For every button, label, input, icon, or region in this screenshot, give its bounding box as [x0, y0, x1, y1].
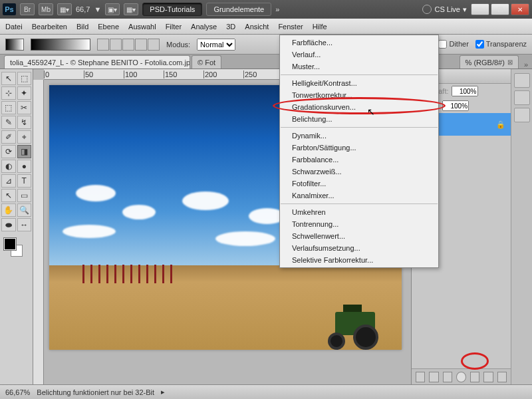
menu-ebene[interactable]: Ebene [98, 23, 119, 31]
3d-camera-tool[interactable]: ↔ [17, 218, 32, 231]
adjustment-layer-icon[interactable] [456, 372, 466, 382]
pen-tool[interactable]: ⊿ [1, 174, 16, 188]
mi-belichtung[interactable]: Belichtung... [280, 113, 438, 125]
workspace-psdtutorials[interactable]: PSD-Tutorials [142, 3, 202, 16]
lasso-tool[interactable]: ⊹ [1, 86, 16, 100]
document-tab-2[interactable]: © Fot [192, 55, 221, 68]
chevron-right-icon[interactable]: ▸ [161, 388, 165, 396]
modus-select[interactable]: Normal [197, 39, 235, 51]
wand-tool[interactable]: ✦ [17, 86, 32, 100]
gradient-reflected[interactable] [135, 39, 147, 51]
group-icon[interactable] [470, 372, 479, 382]
path-tool[interactable]: ↖ [1, 189, 16, 202]
minimize-button[interactable]: ─ [471, 3, 489, 15]
tabs-overflow-icon[interactable]: » [520, 61, 532, 68]
foreground-color[interactable] [4, 238, 16, 250]
dither-checkbox[interactable] [438, 40, 447, 49]
zoom-tool[interactable]: 🔍 [17, 203, 32, 217]
zoom-dropdown-icon[interactable]: ▼ [94, 5, 101, 13]
adjustments-panel-icon[interactable] [514, 108, 530, 122]
opacity-input[interactable] [452, 86, 478, 96]
mi-muster[interactable]: Muster... [280, 61, 438, 72]
mi-tontrennung[interactable]: Tontrennung... [280, 218, 438, 230]
menu-ansicht[interactable]: Ansicht [245, 23, 269, 31]
mi-umkehren[interactable]: Umkehren [280, 206, 438, 218]
gradient-diamond[interactable] [148, 39, 160, 51]
status-zoom[interactable]: 66,67% [5, 388, 30, 396]
menu-3d[interactable]: 3D [226, 23, 235, 31]
delete-layer-icon[interactable] [497, 372, 507, 382]
menu-datei[interactable]: Datei [5, 23, 23, 31]
crop-tool[interactable]: ⬚ [1, 101, 16, 114]
mi-verlauf[interactable]: Verlauf... [280, 49, 438, 61]
dither-checkbox-label[interactable]: Dither [438, 40, 468, 49]
menu-bearbeiten[interactable]: Bearbeiten [32, 23, 67, 31]
menu-auswahl[interactable]: Auswahl [128, 23, 156, 31]
history-brush-tool[interactable]: ⟳ [1, 145, 16, 158]
close-icon[interactable]: ⊠ [507, 59, 513, 66]
menu-analyse[interactable]: Analyse [191, 23, 217, 31]
marquee-tool[interactable]: ⬚ [17, 72, 32, 85]
slice-tool[interactable]: ✂ [17, 101, 32, 114]
mi-farbton[interactable]: Farbton/Sättigung... [280, 142, 438, 154]
screen-mode-button[interactable]: ▣▾ [105, 3, 120, 15]
gradient-picker[interactable] [31, 39, 90, 51]
styles-panel-icon[interactable] [514, 90, 530, 105]
mi-farbflaeche[interactable]: Farbfläche... [280, 37, 438, 49]
new-layer-icon[interactable] [483, 372, 493, 382]
menu-hilfe[interactable]: Hilfe [313, 23, 327, 31]
move-tool[interactable]: ↖ [1, 72, 16, 85]
extras-button[interactable]: ▦▾ [124, 3, 138, 15]
layer-mask-icon[interactable] [443, 372, 452, 382]
layer-style-icon[interactable] [429, 372, 438, 382]
gradient-angle[interactable] [122, 39, 134, 51]
tool-preset[interactable] [5, 39, 24, 51]
transparenz-checkbox-label[interactable]: Transparenz [475, 40, 527, 49]
workspace-grundelemente[interactable]: Grundelemente [206, 3, 271, 16]
menu-bild[interactable]: Bild [76, 23, 88, 31]
workspace-more-icon[interactable]: » [275, 5, 279, 13]
mi-tonwertkorrektur[interactable]: Tonwertkorrektur... [280, 89, 438, 101]
menu-fenster[interactable]: Fenster [278, 23, 303, 31]
blur-tool[interactable]: ◐ [1, 160, 16, 173]
brush-tool[interactable]: ✐ [1, 130, 16, 144]
transparenz-checkbox[interactable] [475, 40, 484, 49]
modus-label: Modus: [166, 41, 190, 49]
mi-schwarzweiss[interactable]: Schwarzweiß... [280, 166, 438, 178]
mi-verlaufsumsetzung[interactable]: Verlaufsumsetzung... [280, 242, 438, 254]
mi-gradationskurven[interactable]: Gradationskurven... [280, 101, 438, 113]
cslive-button[interactable]: CS Live▾ [422, 5, 467, 14]
maximize-button[interactable]: ☐ [491, 3, 509, 15]
minibridge-button[interactable]: Mb [39, 3, 53, 15]
mi-dynamik[interactable]: Dynamik... [280, 130, 438, 142]
link-layers-icon[interactable] [416, 372, 425, 382]
type-tool[interactable]: T [17, 174, 32, 188]
heal-tool[interactable]: ↯ [17, 116, 32, 129]
swap-panel-icon[interactable] [514, 73, 530, 88]
menu-filter[interactable]: Filter [166, 23, 182, 31]
lock-icon: 🔒 [496, 120, 505, 129]
3d-tool[interactable]: ⬬ [1, 218, 16, 231]
stamp-tool[interactable]: ⌖ [17, 130, 32, 144]
fill-input[interactable] [442, 100, 469, 111]
eyedropper-tool[interactable]: ✎ [1, 116, 16, 129]
dodge-tool[interactable]: ● [17, 160, 32, 173]
document-tab-1[interactable]: tolia_4559247_L - © Stephane BENITO - Fo… [4, 55, 190, 68]
mi-fotofilter[interactable]: Fotofilter... [280, 178, 438, 190]
mi-schwellenwert[interactable]: Schwellenwert... [280, 230, 438, 242]
close-button[interactable]: ✕ [511, 3, 529, 15]
hand-tool[interactable]: ✋ [1, 203, 16, 217]
shape-tool[interactable]: ▭ [17, 189, 32, 202]
mi-farbbalance[interactable]: Farbbalance... [280, 154, 438, 166]
mi-helligkeit[interactable]: Helligkeit/Kontrast... [280, 77, 438, 89]
bridge-button[interactable]: Br [20, 3, 35, 15]
arrange-button[interactable]: ▦▾ [57, 3, 72, 15]
document-tab-3[interactable]: % (RGB/8#)⊠ [460, 55, 519, 68]
color-swatches[interactable] [1, 237, 31, 258]
gradient-radial[interactable] [110, 39, 122, 51]
gradient-linear[interactable] [97, 39, 109, 51]
mi-kanalmixer[interactable]: Kanalmixer... [280, 190, 438, 201]
gradient-tool[interactable]: ◨ [17, 145, 32, 158]
mi-selektive[interactable]: Selektive Farbkorrektur... [280, 254, 438, 266]
zoom-display[interactable]: 66,7 [76, 5, 90, 13]
